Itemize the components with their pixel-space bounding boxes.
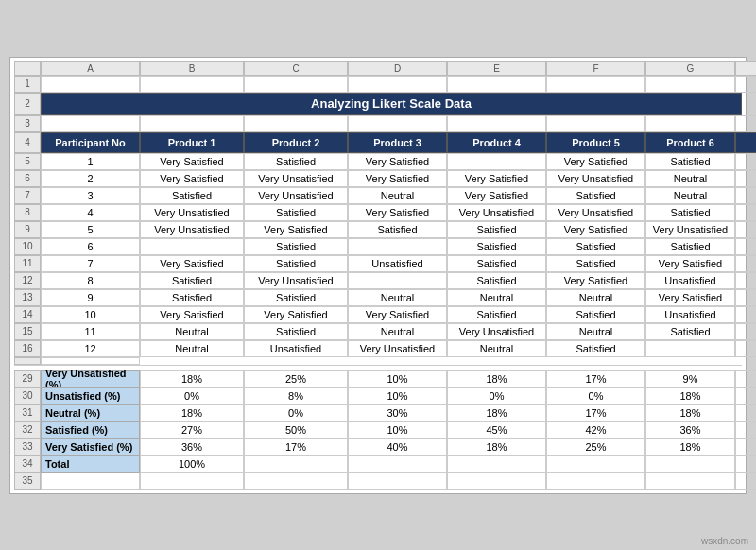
rownum-12: 12 (14, 272, 41, 289)
cell-7-p3: Neutral (348, 187, 447, 204)
cell-8-p3: Very Satisfied (348, 204, 447, 221)
summary-val-32-4: 45% (447, 421, 546, 438)
rownum-34: 34 (14, 455, 41, 473)
rownum-35: 35 (14, 473, 41, 490)
cell-5-extra (735, 153, 756, 170)
summary-val-30-1: 0% (140, 387, 244, 404)
header-extra (735, 132, 756, 153)
cell-16-p4: Neutral (447, 340, 546, 357)
cell-6-p3: Very Satisfied (348, 170, 447, 187)
cell-35g (546, 473, 645, 490)
cell-8-extra (735, 204, 756, 221)
cell-15-participant: 11 (41, 323, 140, 340)
total-row-34: 34 Total 100% (14, 455, 742, 473)
summary-label-31: Neutral (%) (41, 404, 140, 421)
data-rows: 5 1 Very Satisfied Satisfied Very Satisf… (14, 153, 742, 357)
cell-15-p6: Satisfied (645, 323, 735, 340)
rownum-30: 30 (14, 387, 41, 404)
cell-6-p4: Very Satisfied (447, 170, 546, 187)
cell-12-p6: Unsatisfied (645, 272, 735, 289)
cell-16-p1: Neutral (140, 340, 244, 357)
summary-val-33-2: 17% (244, 438, 348, 455)
row-1: 1 (14, 76, 742, 93)
cell-14-p6: Unsatisfied (645, 306, 735, 323)
col-header-h: H (735, 61, 756, 76)
cell-5-p2: Satisfied (244, 153, 348, 170)
summary-val-29-3: 10% (348, 370, 447, 387)
cell-9-p4: Satisfied (447, 221, 546, 238)
rownum-6: 6 (14, 170, 41, 187)
cell-3c (140, 115, 244, 132)
cell-16-p2: Unsatisfied (244, 340, 348, 357)
col-header-b: B (140, 61, 244, 76)
spreadsheet: A B C D E F G H 1 (9, 57, 747, 494)
summary-val-29-1: 18% (140, 370, 244, 387)
summary-val-32-2: 50% (244, 421, 348, 438)
grid: A B C D E F G H 1 (14, 61, 742, 490)
cell-6-p5: Very Unsatisfied (546, 170, 645, 187)
cell-11-p1: Very Satisfied (140, 255, 244, 272)
cell-5-p3: Very Satisfied (348, 153, 447, 170)
cell-11-participant: 7 (41, 255, 140, 272)
cell-8-p2: Satisfied (244, 204, 348, 221)
summary-val-29-4: 18% (447, 370, 546, 387)
summary-row-33: 33 Very Satisfied (%) 36% 17% 40% 18% 25… (14, 438, 742, 455)
cell-14-p1: Very Satisfied (140, 306, 244, 323)
cell-7-p1: Satisfied (140, 187, 244, 204)
header-p6: Product 6 (645, 132, 735, 153)
cell-3g (546, 115, 645, 132)
rownum-11: 11 (14, 255, 41, 272)
cell-35d (244, 473, 348, 490)
total-val: 100% (140, 455, 244, 473)
summary-val-32-extra (735, 421, 756, 438)
cell-16-p5: Satisfied (546, 340, 645, 357)
cell-8-participant: 4 (41, 204, 140, 221)
summary-rows: 29 Very Unsatisfied (%) 18% 25% 10% 18% … (14, 370, 742, 455)
cell-10-extra (735, 238, 756, 255)
cell-9-extra (735, 221, 756, 238)
rownum-15: 15 (14, 323, 41, 340)
cell-14-p3: Very Satisfied (348, 306, 447, 323)
cell-6-p6: Neutral (645, 170, 735, 187)
cell-1c (140, 76, 244, 93)
cell-1i (735, 76, 756, 93)
row-4: 4 Participant No Product 1 Product 2 Pro… (14, 132, 742, 153)
cell-10-participant: 6 (41, 238, 140, 255)
header-participant: Participant No (41, 132, 140, 153)
summary-val-32-3: 10% (348, 421, 447, 438)
row-13: 13 9 Satisfied Satisfied Neutral Neutral… (14, 289, 742, 306)
cell-8-p1: Very Unsatisfied (140, 204, 244, 221)
summary-label-32: Satisfied (%) (41, 421, 140, 438)
summary-val-32-1: 27% (140, 421, 244, 438)
cell-7-p5: Satisfied (546, 187, 645, 204)
rownum-13: 13 (14, 289, 41, 306)
cell-12-p5: Very Satisfied (546, 272, 645, 289)
cell-1e (348, 76, 447, 93)
col-header-row: A B C D E F G H (14, 61, 742, 76)
cell-11-p6: Very Satisfied (645, 255, 735, 272)
rownum-29: 29 (14, 370, 41, 387)
rownum-1: 1 (14, 76, 41, 93)
cell-3d (244, 115, 348, 132)
cell-15-p5: Neutral (546, 323, 645, 340)
cell-13-extra (735, 289, 756, 306)
col-header-a: A (41, 61, 140, 76)
cell-35e (348, 473, 447, 490)
cell-8-p5: Very Unsatisfied (546, 204, 645, 221)
cell-7-p4: Very Satisfied (447, 187, 546, 204)
rownum-2: 2 (14, 93, 41, 115)
cell-35h (645, 473, 735, 490)
summary-label-29: Very Unsatisfied (%) (41, 370, 140, 387)
cell-7-p6: Neutral (645, 187, 735, 204)
cell-12-participant: 8 (41, 272, 140, 289)
cell-12-extra (735, 272, 756, 289)
cell-1h (645, 76, 735, 93)
cell-15-p2: Satisfied (244, 323, 348, 340)
total-label: Total (41, 455, 140, 473)
cell-10-p1 (140, 238, 244, 255)
row-15: 15 11 Neutral Satisfied Neutral Very Uns… (14, 323, 742, 340)
header-p2: Product 2 (244, 132, 348, 153)
header-p4: Product 4 (447, 132, 546, 153)
summary-row-29: 29 Very Unsatisfied (%) 18% 25% 10% 18% … (14, 370, 742, 387)
row-16: 16 12 Neutral Unsatisfied Very Unsatisfi… (14, 340, 742, 357)
